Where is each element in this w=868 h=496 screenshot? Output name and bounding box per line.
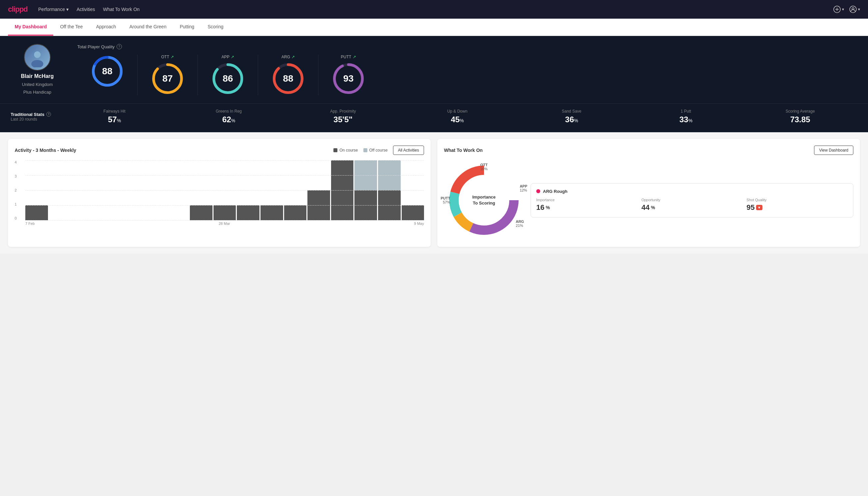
player-country: United Kingdom: [22, 82, 53, 87]
trad-stats-period: Last 20 rounds: [11, 117, 57, 122]
tab-putting[interactable]: Putting: [173, 19, 201, 36]
svg-point-6: [31, 60, 43, 67]
tpq-arg: ARG ↗ 88: [258, 55, 318, 95]
add-button[interactable]: ▾: [833, 6, 844, 13]
bar-group: [96, 160, 119, 220]
tab-approach[interactable]: Approach: [89, 19, 123, 36]
avatar-image: [27, 47, 47, 67]
ott-value: 87: [162, 73, 173, 84]
trad-stat-proximity-value: 35'5": [286, 115, 400, 124]
tab-my-dashboard[interactable]: My Dashboard: [8, 19, 53, 36]
plus-circle-icon: [833, 6, 841, 13]
nav-performance[interactable]: Performance ▾: [38, 7, 68, 12]
trad-stat-updown: Up & Down 45%: [400, 109, 514, 124]
chevron-down-icon: ▾: [842, 7, 844, 12]
view-dashboard-button[interactable]: View Dashboard: [814, 145, 853, 155]
trad-stat-sand: Sand Save 36%: [515, 109, 629, 124]
detail-dot: [536, 189, 540, 193]
detail-stat-opportunity: Opportunity 44%: [642, 198, 743, 212]
trad-stat-scoring-value: 73.85: [743, 115, 857, 124]
hero-inner: Blair McHarg United Kingdom Plus Handica…: [11, 44, 857, 95]
nav-activities[interactable]: Activities: [77, 7, 95, 12]
trad-stat-oneputt: 1 Putt 33%: [629, 109, 743, 124]
player-handicap: Plus Handicap: [23, 90, 51, 95]
bar-group: [167, 160, 189, 220]
hero-section: Blair McHarg United Kingdom Plus Handica…: [0, 36, 868, 103]
bar-on-course: [261, 205, 283, 220]
app-label: APP ↗: [221, 55, 234, 59]
bar-group: [378, 160, 401, 220]
bar-group: [72, 160, 95, 220]
bar-group: [119, 160, 142, 220]
tab-around-the-green[interactable]: Around the Green: [123, 19, 173, 36]
wtwo-title: What To Work On: [444, 148, 483, 153]
importance-value: 16%: [536, 203, 637, 212]
tab-scoring[interactable]: Scoring: [201, 19, 230, 36]
ring-putt: 93: [332, 62, 365, 95]
bar-group: [261, 160, 283, 220]
shot-quality-value: 95 ▼: [746, 203, 848, 212]
bar-group: [331, 160, 354, 220]
on-course-dot: [333, 148, 337, 152]
wtwo-header: What To Work On View Dashboard: [444, 145, 853, 155]
donut-chart-container: Importance To Scoring OTT 10% APP 12% AR…: [444, 160, 524, 240]
bar-chart-wrapper: 4 3 2 1 0: [15, 160, 424, 226]
ring-arg: 88: [271, 62, 305, 95]
opportunity-value: 44%: [642, 203, 743, 212]
user-icon: [849, 6, 857, 13]
bar-off-course: [354, 160, 377, 190]
activity-chart-card: Activity - 3 Months - Weekly On course O…: [8, 139, 431, 247]
ring-main: 88: [91, 55, 124, 88]
bar-on-course: [214, 205, 236, 220]
bar-group: [190, 160, 212, 220]
tab-bar: My Dashboard Off the Tee Approach Around…: [0, 19, 868, 36]
bar-on-course: [378, 190, 401, 220]
chevron-down-icon: ▾: [66, 7, 68, 12]
user-menu-button[interactable]: ▾: [849, 6, 860, 13]
bar-on-course: [190, 205, 212, 220]
tab-off-the-tee[interactable]: Off the Tee: [53, 19, 89, 36]
detail-card-header: ARG Rough: [536, 189, 848, 194]
detail-stat-shot-quality: Shot Quality 95 ▼: [746, 198, 848, 212]
detail-card: ARG Rough Importance 16% Opportunity 44%: [531, 183, 853, 218]
donut-label-arg: ARG 21%: [516, 219, 524, 228]
what-to-work-on-card: What To Work On View Dashboard: [437, 139, 860, 247]
bar-group: [354, 160, 377, 220]
svg-point-5: [34, 51, 41, 58]
wtwo-content: Importance To Scoring OTT 10% APP 12% AR…: [444, 160, 853, 240]
nav-what-to-work-on[interactable]: What To Work On: [103, 7, 140, 12]
bar-on-course: [402, 205, 424, 220]
trad-help-icon[interactable]: ?: [46, 112, 51, 117]
bar-group: [143, 160, 165, 220]
x-axis-labels: 7 Feb 28 Mar 9 May: [23, 220, 424, 226]
bar-group: [237, 160, 259, 220]
svg-point-4: [852, 7, 854, 10]
tpq-main-value: 88: [102, 66, 112, 77]
bar-group: [284, 160, 307, 220]
donut-label-app: APP 12%: [520, 184, 527, 192]
chevron-down-icon: ▾: [858, 7, 860, 12]
help-icon[interactable]: ?: [116, 44, 122, 49]
trend-up-icon: ↗: [231, 55, 234, 59]
trad-stat-scoring: Scoring Average 73.85: [743, 109, 857, 124]
avatar: [24, 44, 51, 71]
off-course-dot: [363, 148, 367, 152]
all-activities-button[interactable]: All Activities: [393, 145, 424, 155]
chart-title: Activity - 3 Months - Weekly: [15, 148, 76, 153]
tpq-ott: OTT ↗ 87: [138, 55, 198, 95]
trad-stat-greens: Greens In Reg 62%: [172, 109, 286, 124]
bar-chart-area: [25, 160, 424, 220]
bar-on-course: [237, 205, 259, 220]
trad-stat-sand-value: 36%: [515, 115, 629, 124]
trad-stat-greens-value: 62%: [172, 115, 286, 124]
legend-on-course: On course: [333, 148, 358, 153]
bar-group: [214, 160, 236, 220]
trad-stats-label: Traditional Stats ? Last 20 rounds: [11, 112, 57, 122]
chart-legend: On course Off course: [333, 148, 388, 153]
bar-on-course: [331, 160, 354, 220]
bar-group: [307, 160, 330, 220]
brand-logo[interactable]: clippd: [8, 5, 28, 14]
tpq-app: APP ↗ 86: [198, 55, 258, 95]
arg-value: 88: [283, 73, 293, 84]
down-arrow-icon: ▼: [756, 205, 762, 210]
